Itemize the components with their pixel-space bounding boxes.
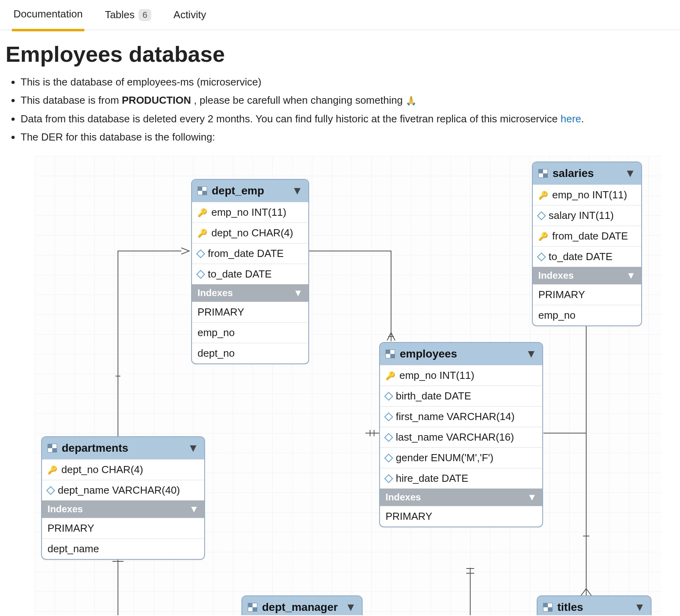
diamond-icon <box>384 433 393 442</box>
table-icon <box>248 603 257 612</box>
key-icon: 🔑 <box>47 465 57 475</box>
description-list: This is the database of employees-ms (mi… <box>0 74 680 150</box>
tables-count-badge: 6 <box>139 9 151 21</box>
chevron-down-icon: ▼ <box>293 287 303 298</box>
index-row: PRIMARY <box>380 506 542 527</box>
entity-titles[interactable]: titles ▼ <box>537 595 652 615</box>
tab-bar: Documentation Tables 6 Activity <box>0 0 680 30</box>
diamond-icon <box>537 211 546 220</box>
table-icon <box>386 350 395 358</box>
entity-departments[interactable]: departments ▼ 🔑dept_no CHAR(4) dept_name… <box>41 436 205 560</box>
column-row: last_name VARCHAR(16) <box>380 427 542 447</box>
entity-employees[interactable]: employees ▼ 🔑emp_no INT(11) birth_date D… <box>379 342 543 527</box>
table-icon <box>538 169 548 178</box>
entity-salaries[interactable]: salaries ▼ 🔑emp_no INT(11) salary INT(11… <box>532 162 642 326</box>
index-row: emp_no <box>192 322 308 343</box>
column-row: 🔑emp_no INT(11) <box>192 202 308 222</box>
tab-activity[interactable]: Activity <box>172 0 207 30</box>
entity-dept-manager[interactable]: dept_manager ▼ <box>241 595 363 615</box>
indexes-header[interactable]: Indexes▼ <box>42 500 204 518</box>
index-row: emp_no <box>533 305 641 325</box>
key-icon: 🔑 <box>198 228 207 238</box>
column-row: salary INT(11) <box>533 205 641 226</box>
table-icon <box>47 444 57 452</box>
here-link[interactable]: here <box>560 113 581 125</box>
column-row: hire_date DATE <box>380 468 542 489</box>
column-row: 🔑emp_no INT(11) <box>380 365 542 386</box>
entity-header[interactable]: dept_manager ▼ <box>242 596 362 615</box>
column-row: 🔑from_date DATE <box>533 226 641 246</box>
column-row: to_date DATE <box>192 264 308 284</box>
indexes-header[interactable]: Indexes▼ <box>533 267 641 284</box>
column-row: 🔑dept_no CHAR(4) <box>192 222 308 243</box>
pray-icon: 🙏 <box>406 96 416 106</box>
index-row: PRIMARY <box>192 302 308 322</box>
tab-documentation[interactable]: Documentation <box>12 0 84 31</box>
bullet: This is the database of employees-ms (mi… <box>21 74 674 90</box>
key-icon: 🔑 <box>198 208 207 217</box>
chevron-down-icon: ▼ <box>626 270 636 281</box>
entity-header[interactable]: titles ▼ <box>538 596 651 615</box>
chevron-down-icon: ▼ <box>634 601 645 614</box>
entity-header[interactable]: employees ▼ <box>380 343 542 365</box>
indexes-header[interactable]: Indexes▼ <box>192 284 308 302</box>
indexes-header[interactable]: Indexes▼ <box>380 489 542 506</box>
column-row: dept_name VARCHAR(40) <box>42 480 204 500</box>
table-icon <box>543 603 553 612</box>
chevron-down-icon: ▼ <box>188 442 199 454</box>
column-row: 🔑dept_no CHAR(4) <box>42 459 204 480</box>
diamond-icon <box>384 412 393 421</box>
entity-header[interactable]: salaries ▼ <box>533 162 641 184</box>
index-row: dept_no <box>192 343 308 363</box>
key-icon: 🔑 <box>538 190 548 200</box>
index-row: PRIMARY <box>533 284 641 305</box>
page-title: Employees database <box>0 30 680 74</box>
diamond-icon <box>384 474 393 483</box>
column-row: first_name VARCHAR(14) <box>380 406 542 427</box>
entity-header[interactable]: dept_emp ▼ <box>192 180 308 202</box>
column-row: from_date DATE <box>192 243 308 264</box>
table-icon <box>198 186 207 195</box>
entity-header[interactable]: departments ▼ <box>42 437 204 459</box>
tab-label: Tables <box>105 9 135 21</box>
er-diagram: dept_emp ▼ 🔑emp_no INT(11) 🔑dept_no CHAR… <box>35 156 661 615</box>
column-row: birth_date DATE <box>380 386 542 406</box>
bullet: This database is from PRODUCTION , pleas… <box>21 92 674 108</box>
column-row: 🔑emp_no INT(11) <box>533 184 641 205</box>
tab-label: Documentation <box>13 8 83 20</box>
index-row: PRIMARY <box>42 518 204 538</box>
index-row: dept_name <box>42 538 204 559</box>
chevron-down-icon: ▼ <box>526 348 537 360</box>
chevron-down-icon: ▼ <box>189 504 199 515</box>
key-icon: 🔑 <box>538 232 548 241</box>
diamond-icon <box>384 453 393 462</box>
diamond-icon <box>46 486 55 495</box>
tab-tables[interactable]: Tables 6 <box>103 0 153 30</box>
column-row: to_date DATE <box>533 246 641 267</box>
chevron-down-icon: ▼ <box>345 601 356 614</box>
chevron-down-icon: ▼ <box>527 492 537 503</box>
diamond-icon <box>384 392 393 401</box>
tab-label: Activity <box>173 9 206 21</box>
key-icon: 🔑 <box>386 371 395 380</box>
bullet: Data from this database is deleted every… <box>21 111 674 127</box>
column-row: gender ENUM('M','F') <box>380 447 542 468</box>
bullet: The DER for this database is the followi… <box>21 129 674 145</box>
diamond-icon <box>537 252 546 261</box>
diamond-icon <box>196 249 205 258</box>
chevron-down-icon: ▼ <box>625 167 636 180</box>
diamond-icon <box>196 270 205 279</box>
chevron-down-icon: ▼ <box>292 184 303 197</box>
entity-dept-emp[interactable]: dept_emp ▼ 🔑emp_no INT(11) 🔑dept_no CHAR… <box>191 179 309 364</box>
